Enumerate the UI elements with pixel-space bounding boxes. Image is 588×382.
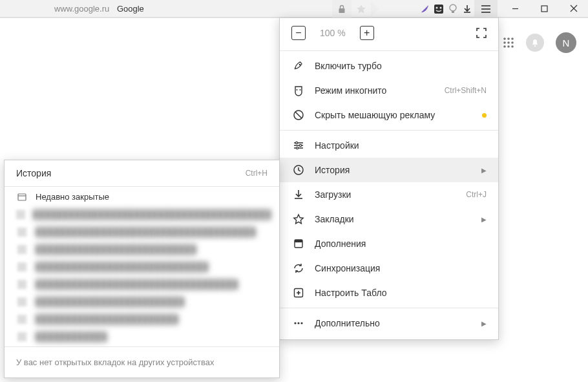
svg-point-3 xyxy=(440,6,442,8)
history-footer: У вас нет открытых вкладок на других уст… xyxy=(5,348,279,371)
add-tile-icon xyxy=(291,287,306,299)
menu-settings[interactable]: Настройки xyxy=(280,133,498,158)
extension-feather-icon[interactable] xyxy=(417,4,432,14)
svg-rect-34 xyxy=(17,245,26,254)
maximize-button[interactable] xyxy=(530,0,559,17)
menu-separator xyxy=(280,308,498,308)
menu-label: Настроить Табло xyxy=(315,288,387,298)
menu-label: Скрыть мешающую рекламу xyxy=(315,110,435,120)
window-icon xyxy=(16,193,28,201)
incognito-icon xyxy=(291,85,306,96)
svg-point-30 xyxy=(300,322,302,324)
notifications-icon[interactable] xyxy=(526,34,544,52)
history-item[interactable]: ███████████████████████████ xyxy=(5,240,279,258)
history-header[interactable]: История Ctrl+H xyxy=(5,160,279,185)
svg-point-4 xyxy=(450,5,456,11)
menu-label: Дополнительно xyxy=(315,318,380,328)
star-icon[interactable] xyxy=(352,0,371,17)
svg-point-10 xyxy=(503,41,506,44)
menu-more[interactable]: Дополнительно ▶ xyxy=(280,311,498,335)
address-text: www.google.ru Google xyxy=(54,4,144,14)
menu-label: Закладки xyxy=(315,214,354,224)
zoom-value: 100 % xyxy=(320,28,346,38)
menu-label: Дополнения xyxy=(315,239,366,249)
extension-box-icon[interactable] xyxy=(432,4,446,14)
menu-separator xyxy=(5,186,279,187)
history-item[interactable]: █████████████████████████████████████ xyxy=(5,223,279,240)
menu-separator xyxy=(280,50,498,51)
fullscreen-button[interactable] xyxy=(476,28,487,38)
history-recently-closed[interactable]: Недавно закрытые xyxy=(5,188,279,206)
addons-icon xyxy=(291,238,306,249)
svg-point-14 xyxy=(507,45,510,48)
avatar-initial: N xyxy=(563,37,570,48)
menu-label: Режим инкогнито xyxy=(315,85,386,96)
svg-point-8 xyxy=(507,37,510,40)
chevron-right-icon: ▶ xyxy=(481,167,487,174)
star-icon xyxy=(291,213,306,225)
svg-point-9 xyxy=(511,37,514,40)
svg-rect-26 xyxy=(295,240,302,242)
address-url: www.google.ru xyxy=(54,4,109,14)
downloads-icon[interactable] xyxy=(460,5,474,14)
menu-separator xyxy=(280,130,498,131)
extension-bulb-icon[interactable] xyxy=(446,4,460,14)
menu-bookmarks[interactable]: Закладки ▶ xyxy=(280,207,498,231)
sliders-icon xyxy=(291,140,306,151)
history-item[interactable]: █████████████████████████ xyxy=(5,293,279,310)
menu-label: Настройки xyxy=(315,140,359,151)
chevron-right-icon: ▶ xyxy=(481,216,487,223)
lock-icon[interactable] xyxy=(332,0,352,17)
svg-point-17 xyxy=(299,64,301,66)
minimize-button[interactable] xyxy=(501,0,530,17)
svg-rect-39 xyxy=(17,332,26,341)
menu-history[interactable]: История ▶ xyxy=(280,158,498,182)
menu-label: История xyxy=(315,165,350,175)
zoom-out-button[interactable]: − xyxy=(291,26,306,40)
svg-point-16 xyxy=(534,45,536,47)
svg-point-11 xyxy=(507,41,510,44)
svg-rect-32 xyxy=(16,210,25,219)
avatar[interactable]: N xyxy=(556,32,576,53)
history-item[interactable]: █████████████████████████████ xyxy=(5,258,279,275)
chevron-right-icon: ▶ xyxy=(481,320,487,327)
more-icon xyxy=(291,317,306,329)
menu-label: Загрузки xyxy=(315,189,351,200)
svg-rect-37 xyxy=(17,297,26,306)
menu-turbo[interactable]: Включить турбо xyxy=(280,54,498,78)
close-button[interactable] xyxy=(559,0,588,17)
menu-label: Включить турбо xyxy=(315,61,382,71)
status-dot xyxy=(482,113,487,118)
main-menu-button[interactable] xyxy=(474,0,498,17)
menu-tablo[interactable]: Настроить Табло xyxy=(280,281,498,305)
address-bar-wedge xyxy=(371,1,379,17)
svg-point-15 xyxy=(511,45,514,48)
svg-point-12 xyxy=(511,41,514,44)
svg-rect-31 xyxy=(18,194,26,200)
download-icon xyxy=(291,189,306,200)
shortcut: Ctrl+H xyxy=(246,169,268,178)
history-item[interactable]: ████████████████████████ xyxy=(5,310,279,328)
history-title: История xyxy=(16,168,51,178)
zoom-in-button[interactable]: + xyxy=(360,26,374,40)
history-item[interactable]: ██████████████████████████████████ xyxy=(5,275,279,293)
zoom-controls: − 100 % + xyxy=(280,18,498,48)
main-menu: − 100 % + Включить турбо Режим инкогнито… xyxy=(279,17,499,340)
svg-rect-0 xyxy=(339,8,345,13)
address-bar[interactable]: www.google.ru Google xyxy=(0,0,498,17)
menu-hide-ads[interactable]: Скрыть мешающую рекламу xyxy=(280,103,498,127)
svg-point-21 xyxy=(295,142,297,143)
history-item[interactable]: ████████████████████████████████████████ xyxy=(5,206,279,223)
page-top-right: N xyxy=(503,32,576,53)
menu-downloads[interactable]: Загрузки Ctrl+J xyxy=(280,182,498,207)
history-icon xyxy=(291,164,306,176)
history-item[interactable]: ████████████ xyxy=(5,328,279,345)
menu-addons[interactable]: Дополнения xyxy=(280,231,498,256)
svg-point-22 xyxy=(299,144,301,146)
menu-incognito[interactable]: Режим инкогнито Ctrl+Shift+N xyxy=(280,78,498,103)
google-apps-icon[interactable] xyxy=(503,37,514,48)
svg-point-13 xyxy=(503,45,506,48)
sync-icon xyxy=(291,262,306,274)
page-title: Google xyxy=(117,4,144,14)
menu-sync[interactable]: Синхронизация xyxy=(280,256,498,281)
